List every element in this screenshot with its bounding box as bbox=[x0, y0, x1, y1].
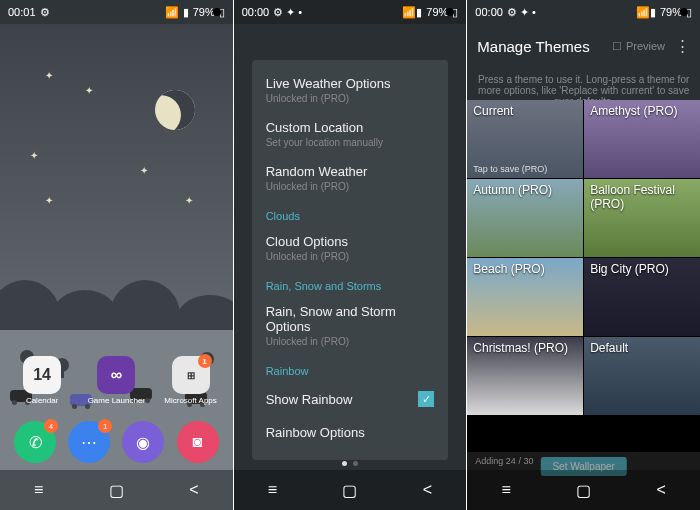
setting-random-weather[interactable]: Random WeatherUnlocked in (PRO) bbox=[252, 156, 449, 200]
browser-app[interactable]: ◉ bbox=[122, 421, 164, 463]
section-clouds: Clouds bbox=[252, 200, 449, 226]
back-button[interactable]: < bbox=[184, 480, 204, 500]
camera-icon: ◙ bbox=[193, 433, 203, 451]
moon-icon bbox=[149, 84, 200, 135]
status-time: 00:01 bbox=[8, 6, 36, 18]
star-icon: ✦ bbox=[45, 195, 53, 206]
status-bar: 00:01⚙ 📶▮79%▯ bbox=[0, 0, 233, 24]
theme-cell[interactable]: Christmas! (PRO) bbox=[467, 337, 583, 415]
back-button[interactable]: < bbox=[651, 480, 671, 500]
phone-app[interactable]: ✆4 bbox=[14, 421, 56, 463]
theme-grid[interactable]: CurrentTap to save (PRO)Amethyst (PRO)Au… bbox=[467, 100, 700, 452]
theme-cell[interactable]: Amethyst (PRO) bbox=[584, 100, 700, 178]
status-bar: 00:00⚙ ✦ • 📶▮79%▯ bbox=[467, 0, 700, 24]
battery-pct: 79% bbox=[193, 6, 215, 18]
signal-icon: ▮ bbox=[183, 6, 189, 19]
star-icon: ✦ bbox=[30, 150, 38, 161]
camera-app[interactable]: ◙ bbox=[177, 421, 219, 463]
settings-panel[interactable]: Live Weather OptionsUnlocked in (PRO) Cu… bbox=[252, 60, 449, 460]
section-rain: Rain, Snow and Storms bbox=[252, 270, 449, 296]
theme-cell[interactable]: CurrentTap to save (PRO) bbox=[467, 100, 583, 178]
nav-bar: ≡ ▢ < bbox=[0, 470, 233, 510]
section-rainbow: Rainbow bbox=[252, 355, 449, 381]
setting-rainbow-options[interactable]: Rainbow Options bbox=[252, 417, 449, 448]
nav-bar: ≡ ▢ < bbox=[234, 470, 467, 510]
app-calendar[interactable]: 14 Calendar bbox=[21, 356, 63, 405]
status-time: 00:00 bbox=[475, 6, 503, 18]
chat-icon: ⋯ bbox=[81, 433, 97, 452]
nav-bar: ≡ ▢ < bbox=[467, 470, 700, 510]
back-button[interactable]: < bbox=[418, 480, 438, 500]
setting-show-rainbow[interactable]: Show Rainbow✓ bbox=[252, 381, 449, 417]
status-bar: 00:00⚙ ✦ • 📶▮79%▯ bbox=[234, 0, 467, 24]
calendar-icon: 14 bbox=[23, 356, 61, 394]
theme-cell[interactable]: Beach (PRO) bbox=[467, 258, 583, 336]
messages-app[interactable]: ⋯1 bbox=[68, 421, 110, 463]
status-time: 00:00 bbox=[242, 6, 270, 18]
setting-rain-options[interactable]: Rain, Snow and Storm OptionsUnlocked in … bbox=[252, 296, 449, 355]
folder-icon: ⊞1 bbox=[172, 356, 210, 394]
page-indicator bbox=[234, 461, 467, 466]
theme-cell[interactable]: Autumn (PRO) bbox=[467, 179, 583, 257]
theme-cell[interactable]: Big City (PRO) bbox=[584, 258, 700, 336]
star-icon: ✦ bbox=[140, 165, 148, 176]
setting-custom-location[interactable]: Custom LocationSet your location manuall… bbox=[252, 112, 449, 156]
game-launcher-icon: ∞ bbox=[97, 356, 135, 394]
phone-icon: ✆ bbox=[29, 433, 42, 452]
recents-button[interactable]: ≡ bbox=[29, 480, 49, 500]
overflow-icon[interactable]: ⋮ bbox=[675, 37, 690, 55]
theme-cell[interactable]: Default bbox=[584, 337, 700, 415]
settings-screen: 00:00⚙ ✦ • 📶▮79%▯ Search ⋮ Live Weather … bbox=[234, 0, 467, 510]
star-icon: ✦ bbox=[85, 85, 93, 96]
home-button[interactable]: ▢ bbox=[574, 480, 594, 500]
settings-icon: ⚙ bbox=[40, 6, 50, 19]
home-button[interactable]: ▢ bbox=[106, 480, 126, 500]
recents-button[interactable]: ≡ bbox=[496, 480, 516, 500]
checkbox-checked-icon[interactable]: ✓ bbox=[418, 391, 434, 407]
home-button[interactable]: ▢ bbox=[340, 480, 360, 500]
section-seasonal: Seasonal bbox=[252, 448, 449, 460]
setting-cloud-options[interactable]: Cloud OptionsUnlocked in (PRO) bbox=[252, 226, 449, 270]
setting-live-weather[interactable]: Live Weather OptionsUnlocked in (PRO) bbox=[252, 68, 449, 112]
star-icon: ✦ bbox=[45, 70, 53, 81]
theme-header: Manage Themes ☐ Preview ⋮ bbox=[467, 24, 700, 68]
app-row: 14 Calendar ∞ Game Launcher ⊞1 Microsoft… bbox=[5, 356, 228, 405]
theme-cell[interactable]: Balloon Festival (PRO) bbox=[584, 179, 700, 257]
preview-toggle[interactable]: ☐ Preview bbox=[612, 40, 665, 53]
home-screen: ✦ ✦ ✦ ✦ ✦ ✦ 00:01⚙ 📶▮79%▯ 14 Calendar bbox=[0, 0, 233, 510]
star-icon: ✦ bbox=[185, 195, 193, 206]
app-microsoft[interactable]: ⊞1 Microsoft Apps bbox=[170, 356, 212, 405]
themes-screen: 00:00⚙ ✦ • 📶▮79%▯ Manage Themes ☐ Previe… bbox=[467, 0, 700, 510]
globe-icon: ◉ bbox=[136, 433, 150, 452]
camera-hole bbox=[213, 8, 221, 16]
dock: ✆4 ⋯1 ◉ ◙ bbox=[0, 414, 233, 470]
camera-hole bbox=[680, 8, 688, 16]
page-title: Manage Themes bbox=[477, 38, 589, 55]
recents-button[interactable]: ≡ bbox=[262, 480, 282, 500]
wifi-icon: 📶 bbox=[165, 6, 179, 19]
app-game-launcher[interactable]: ∞ Game Launcher bbox=[95, 356, 137, 405]
